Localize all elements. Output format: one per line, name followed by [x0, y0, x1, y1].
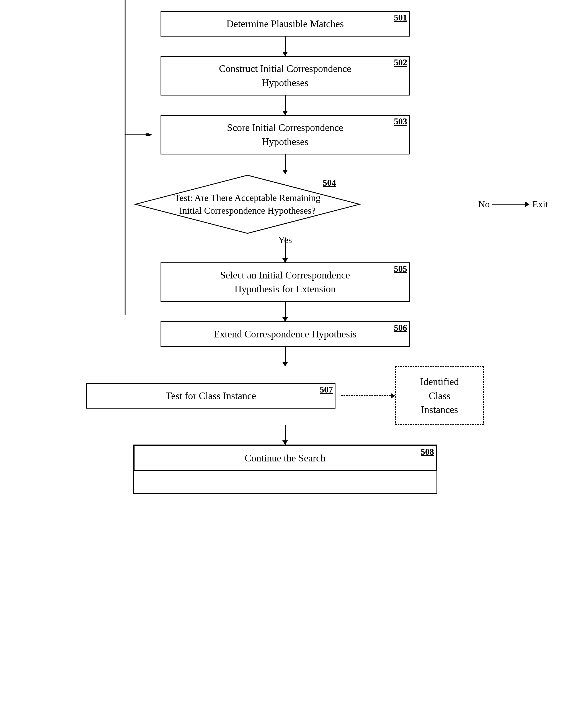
step-502-num: 502 — [394, 56, 407, 69]
arrow-503-504 — [22, 154, 548, 174]
dashed-arrowhead — [391, 393, 395, 399]
exit-label: Exit — [532, 199, 548, 210]
step-503-box: 503 Score Initial CorrespondenceHypothes… — [161, 115, 410, 154]
step-508-label: Continue the Search — [245, 453, 326, 464]
step-504-text: Test: Are There Acceptable RemainingInit… — [170, 192, 325, 217]
step-504-wrapper: Test: Are There Acceptable RemainingInit… — [22, 174, 548, 235]
no-arrow — [492, 202, 530, 207]
loop-back-arrow — [125, 132, 155, 137]
step-503-num: 503 — [394, 115, 407, 128]
step-507-num: 507 — [320, 383, 333, 396]
step-503-wrapper: 503 Score Initial CorrespondenceHypothes… — [22, 115, 548, 154]
step-504-num: 504 — [323, 178, 336, 188]
step-506-label: Extend Correspondence Hypothesis — [214, 329, 357, 340]
step-502-wrapper: 502 Construct Initial CorrespondenceHypo… — [22, 56, 548, 95]
diagram-container: 501 Determine Plausible Matches 502 Cons… — [22, 11, 548, 494]
step-501-num: 501 — [394, 11, 407, 24]
step-507-box: 507 Test for Class Instance — [86, 383, 335, 409]
arrow-505-506 — [22, 302, 548, 321]
step-502-label: Construct Initial CorrespondenceHypothes… — [219, 63, 351, 88]
identified-group: Identified Class Instances — [341, 366, 484, 425]
step-505-label: Select an Initial CorrespondenceHypothes… — [220, 270, 350, 295]
dashed-line — [341, 395, 391, 396]
step-507-wrapper: 507 Test for Class Instance Identified C… — [22, 366, 548, 425]
step-502-box: 502 Construct Initial CorrespondenceHypo… — [161, 56, 410, 95]
step-506-wrapper: 506 Extend Correspondence Hypothesis — [22, 321, 548, 347]
identified-line1: Identified — [420, 376, 459, 387]
arrow-501-502 — [22, 37, 548, 56]
no-label: No — [478, 199, 490, 210]
arrow-504-505 — [22, 237, 548, 262]
step-501-label: Determine Plausible Matches — [226, 18, 344, 29]
outer-border-box: 508 Continue the Search — [133, 445, 437, 494]
arrow-502-503 — [22, 95, 548, 115]
step-506-num: 506 — [394, 322, 407, 334]
arrow-506-507 — [22, 347, 548, 366]
loop-left-line — [125, 94, 126, 315]
step-505-box: 505 Select an Initial CorrespondenceHypo… — [161, 262, 410, 302]
step-504-diamond: Test: Are There Acceptable RemainingInit… — [134, 174, 361, 235]
step-508-num: 508 — [421, 446, 434, 458]
identified-line2: Class — [429, 390, 450, 401]
identified-box: Identified Class Instances — [395, 366, 484, 425]
step-505-num: 505 — [394, 263, 407, 275]
step-503-label: Score Initial CorrespondenceHypotheses — [227, 122, 343, 147]
step-508-outer: 508 Continue the Search — [22, 445, 548, 494]
arrow-507-508 — [22, 425, 548, 445]
step-507-label: Test for Class Instance — [166, 390, 256, 401]
step-501-box: 501 Determine Plausible Matches — [161, 11, 410, 37]
no-exit-group: No Exit — [476, 199, 548, 210]
step-506-box: 506 Extend Correspondence Hypothesis — [161, 321, 410, 347]
step-508-box: 508 Continue the Search — [134, 445, 437, 471]
step-505-wrapper: 505 Select an Initial CorrespondenceHypo… — [22, 262, 548, 302]
identified-line3: Instances — [421, 404, 458, 415]
